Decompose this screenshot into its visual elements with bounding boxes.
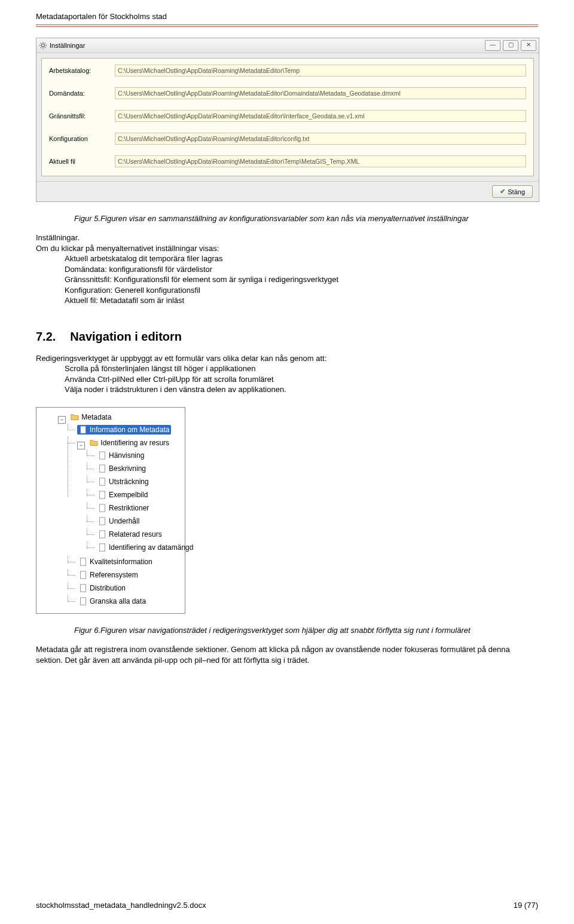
svg-rect-2 bbox=[100, 452, 105, 459]
tree-node[interactable]: Relaterad resurs bbox=[96, 530, 164, 539]
tree-node[interactable]: Restriktioner bbox=[96, 503, 151, 513]
input-aktuell-fil[interactable] bbox=[115, 155, 526, 167]
tree-node[interactable]: Referensystem bbox=[77, 570, 140, 580]
folder-icon bbox=[71, 413, 79, 421]
file-icon bbox=[98, 478, 106, 486]
tree-node[interactable]: Granska alla data bbox=[77, 596, 148, 606]
file-icon bbox=[98, 517, 106, 525]
label-aktuell-fil: Aktuell fil bbox=[49, 158, 115, 165]
svg-rect-7 bbox=[100, 518, 105, 525]
label-konfiguration: Konfiguration bbox=[49, 135, 115, 142]
tree-label: Underhåll bbox=[109, 517, 139, 525]
tree-node[interactable]: Beskrivning bbox=[96, 464, 148, 473]
close-settings-button[interactable]: ✔ Stäng bbox=[492, 185, 533, 198]
section-heading: 7.2. Navigation i editorn bbox=[36, 330, 538, 344]
svg-rect-5 bbox=[100, 491, 105, 498]
settings-panel: Arbetskatalog: Domändata: Gränsnittsfil:… bbox=[41, 58, 534, 176]
settings-window: Inställningar — ▢ ✕ Arbetskatalog: Domän… bbox=[36, 38, 539, 202]
tree-node[interactable]: Underhåll bbox=[96, 516, 141, 526]
input-arbetskatalog[interactable] bbox=[115, 65, 526, 77]
figure6-caption: Figur 6.Figuren visar navigationsträdet … bbox=[74, 626, 538, 635]
document-header: Metadataportalen för Stockholms stad bbox=[36, 12, 538, 21]
svg-rect-10 bbox=[81, 558, 86, 565]
label-gransnittsfil: Gränsnittsfil: bbox=[49, 112, 115, 120]
page-footer: stockholmsstad_metadata_handledningv2.5.… bbox=[36, 901, 538, 910]
tree-node[interactable]: Utsträckning bbox=[96, 477, 151, 487]
check-icon: ✔ bbox=[500, 188, 505, 195]
tree-label: Referensystem bbox=[90, 571, 138, 579]
file-icon bbox=[79, 571, 87, 579]
svg-rect-13 bbox=[81, 598, 86, 605]
tree-node-identifiering[interactable]: Identifiering av resurs bbox=[88, 438, 171, 448]
tree-label: Distribution bbox=[90, 584, 126, 592]
svg-rect-9 bbox=[100, 544, 105, 551]
tree-label: Identifiering av resurs bbox=[100, 439, 169, 447]
nav-line-2: Använda Ctrl-pilNed eller Ctrl-pilUpp fö… bbox=[65, 374, 538, 385]
label-arbetskatalog: Arbetskatalog: bbox=[49, 67, 115, 74]
tree-node[interactable]: Exempelbild bbox=[96, 490, 149, 500]
tree-node[interactable]: Distribution bbox=[77, 583, 127, 593]
installningar-line-1: Aktuell arbetskatalog dit temporära file… bbox=[65, 253, 538, 264]
installningar-intro: Om du klickar på menyalternativet instäl… bbox=[36, 244, 219, 253]
installningar-line-4: Konfiguration: Generell konfigurationsfi… bbox=[65, 285, 538, 296]
expander-icon[interactable]: − bbox=[58, 416, 66, 424]
svg-rect-12 bbox=[81, 585, 86, 592]
tree-label: Beskrivning bbox=[109, 464, 146, 473]
tree-label: Granska alla data bbox=[90, 597, 146, 605]
file-icon bbox=[98, 491, 106, 499]
file-icon bbox=[98, 464, 106, 473]
file-icon bbox=[79, 558, 87, 566]
installningar-line-5: Aktuell fil: Metadatafil som är inläst bbox=[65, 295, 538, 306]
file-icon bbox=[98, 530, 106, 539]
tree-label: Metadata bbox=[81, 413, 111, 421]
nav-intro: Redigeringsverktyget är uppbyggt av ett … bbox=[36, 354, 326, 363]
tree-node-info-metadata[interactable]: Information om Metadata bbox=[77, 425, 171, 435]
input-gransnittsfil[interactable] bbox=[115, 110, 526, 122]
input-konfiguration[interactable] bbox=[115, 133, 526, 145]
file-icon bbox=[98, 451, 106, 460]
installningar-heading: Inställningar. bbox=[36, 233, 80, 242]
svg-point-0 bbox=[41, 44, 44, 47]
input-domandata[interactable] bbox=[115, 87, 526, 99]
expander-icon[interactable]: − bbox=[77, 442, 85, 449]
svg-rect-8 bbox=[100, 531, 105, 538]
svg-rect-1 bbox=[81, 426, 86, 433]
svg-rect-3 bbox=[100, 465, 105, 472]
svg-rect-6 bbox=[100, 504, 105, 512]
svg-rect-11 bbox=[81, 571, 86, 579]
header-rule bbox=[36, 25, 538, 27]
maximize-button[interactable]: ▢ bbox=[503, 40, 518, 51]
tree-label: Utsträckning bbox=[109, 478, 149, 486]
navigation-tree: − Metadata Information om Metadata − bbox=[36, 407, 185, 614]
titlebar: Inställningar — ▢ ✕ bbox=[36, 38, 539, 53]
gear-icon bbox=[39, 41, 47, 50]
nav-line-3: Välja noder i trädstrukturen i den vänst… bbox=[65, 384, 538, 395]
window-title: Inställningar bbox=[50, 42, 485, 49]
section-number: 7.2. bbox=[36, 330, 56, 344]
tree-node[interactable]: Hänvisning bbox=[96, 451, 146, 460]
file-icon bbox=[79, 426, 87, 434]
tree-label: Relaterad resurs bbox=[109, 530, 162, 539]
tree-label: Hänvisning bbox=[109, 451, 144, 460]
tree-label: Exempelbild bbox=[109, 491, 148, 499]
closing-paragraph: Metadata går att registrera inom ovanstå… bbox=[36, 644, 538, 665]
installningar-line-3: Gränssnittsfil: Konfigurationsfil för el… bbox=[65, 274, 538, 285]
label-domandata: Domändata: bbox=[49, 90, 115, 97]
file-icon bbox=[98, 504, 106, 512]
close-window-button[interactable]: ✕ bbox=[521, 40, 536, 51]
footer-filename: stockholmsstad_metadata_handledningv2.5.… bbox=[36, 901, 206, 910]
installningar-line-2: Domändata: konfigurationsfil för värdeli… bbox=[65, 264, 538, 275]
file-icon bbox=[79, 584, 87, 592]
nav-paragraph: Redigeringsverktyget är uppbyggt av ett … bbox=[36, 353, 538, 395]
section-title: Navigation i editorn bbox=[70, 330, 182, 344]
file-icon bbox=[79, 597, 87, 605]
minimize-button[interactable]: — bbox=[485, 40, 500, 51]
tree-node-metadata[interactable]: Metadata bbox=[69, 412, 113, 422]
tree-label: Identifiering av datamängd bbox=[109, 543, 193, 552]
installningar-section: Inställningar. Om du klickar på menyalte… bbox=[36, 232, 538, 306]
footer-page: 19 (77) bbox=[514, 901, 538, 910]
tree-node[interactable]: Identifiering av datamängd bbox=[96, 543, 195, 552]
tree-node[interactable]: Kvalitetsinformation bbox=[77, 557, 154, 567]
figure5-caption: Figur 5.Figuren visar en sammanställning… bbox=[74, 214, 538, 223]
nav-line-1: Scrolla på fönsterlinjalen längst till h… bbox=[65, 363, 538, 374]
